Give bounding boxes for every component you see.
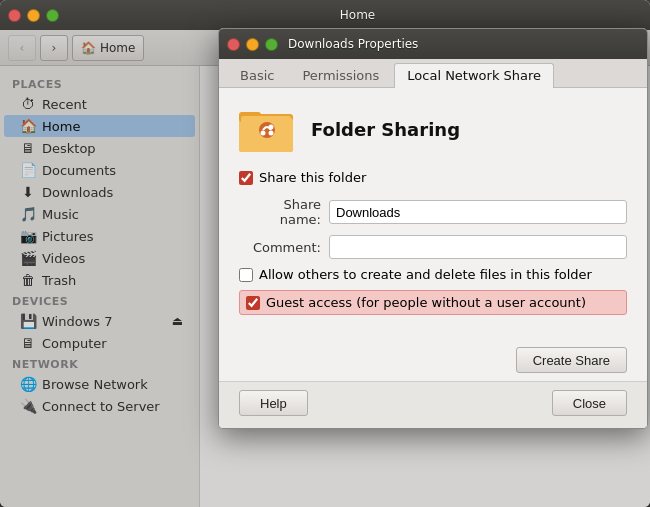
svg-point-7 <box>269 131 274 136</box>
tab-basic[interactable]: Basic <box>227 63 287 87</box>
svg-point-6 <box>269 125 274 130</box>
close-button[interactable] <box>8 9 21 22</box>
dialog-content: Folder Sharing Share this folder Share n… <box>219 88 647 343</box>
allow-others-checkbox[interactable] <box>239 268 253 282</box>
svg-point-4 <box>259 122 275 138</box>
folder-sharing-title: Folder Sharing <box>311 119 460 140</box>
dialog-minimize-button[interactable] <box>246 38 259 51</box>
close-button[interactable]: Close <box>552 390 627 416</box>
tab-local-network-share[interactable]: Local Network Share <box>394 63 554 88</box>
dialog-close-button[interactable] <box>227 38 240 51</box>
guest-access-checkbox[interactable] <box>246 296 260 310</box>
comment-row: Comment: <box>239 235 627 259</box>
allow-others-row: Allow others to create and delete files … <box>239 267 627 282</box>
create-share-button[interactable]: Create Share <box>516 347 627 373</box>
tab-permissions-label: Permissions <box>302 68 379 83</box>
tab-local-network-share-label: Local Network Share <box>407 68 541 83</box>
share-name-label: Share name: <box>239 197 329 227</box>
tab-permissions[interactable]: Permissions <box>289 63 392 87</box>
dialog-maximize-button[interactable] <box>265 38 278 51</box>
folder-header: Folder Sharing <box>239 104 627 154</box>
downloads-properties-dialog: Downloads Properties Basic Permissions L… <box>218 28 648 429</box>
titlebar: Home <box>0 0 650 30</box>
comment-label: Comment: <box>239 240 329 255</box>
share-name-row: Share name: <box>239 197 627 227</box>
dialog-title: Downloads Properties <box>288 37 418 51</box>
svg-point-5 <box>261 131 266 136</box>
folder-sharing-icon <box>239 104 295 154</box>
dialog-footer: Help Close <box>219 381 647 428</box>
share-this-folder-label[interactable]: Share this folder <box>259 170 366 185</box>
guest-access-label[interactable]: Guest access (for people without a user … <box>266 295 586 310</box>
help-button[interactable]: Help <box>239 390 308 416</box>
comment-input[interactable] <box>329 235 627 259</box>
maximize-button[interactable] <box>46 9 59 22</box>
share-name-input[interactable] <box>329 200 627 224</box>
create-share-area: Create Share <box>219 343 647 381</box>
dialog-titlebar: Downloads Properties <box>219 29 647 59</box>
tab-basic-label: Basic <box>240 68 274 83</box>
dialog-tabs: Basic Permissions Local Network Share <box>219 59 647 88</box>
allow-others-label[interactable]: Allow others to create and delete files … <box>259 267 592 282</box>
guest-access-row: Guest access (for people without a user … <box>239 290 627 315</box>
window-title: Home <box>73 8 642 22</box>
share-this-folder-checkbox[interactable] <box>239 171 253 185</box>
share-this-folder-row: Share this folder <box>239 170 627 185</box>
minimize-button[interactable] <box>27 9 40 22</box>
